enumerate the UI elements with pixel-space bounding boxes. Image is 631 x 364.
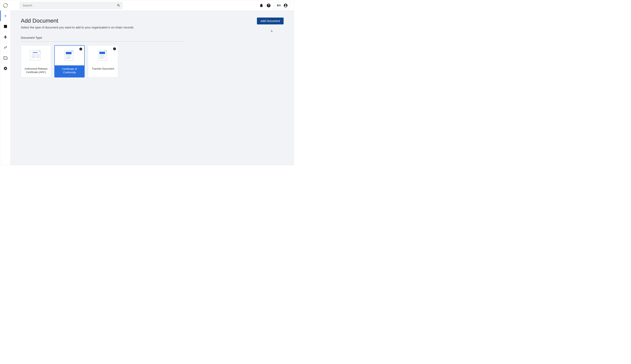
help-button[interactable] (265, 2, 272, 9)
help-icon (266, 3, 271, 8)
svg-rect-7 (36, 56, 40, 56)
svg-rect-3 (33, 52, 37, 53)
rail-item-files[interactable] (0, 53, 11, 63)
svg-rect-5 (36, 54, 40, 55)
user-initials: BA (277, 4, 281, 7)
svg-rect-4 (32, 54, 36, 55)
doc-type-label: Certificate of Conformity (55, 65, 84, 77)
user-menu[interactable]: BA (274, 2, 290, 9)
svg-rect-18 (99, 52, 105, 54)
rail-item-flights[interactable] (0, 32, 11, 42)
page-subtitle: Select the type of document you want to … (21, 26, 134, 29)
rail-item-dashboard[interactable] (0, 21, 11, 32)
topbar: BA (0, 0, 294, 11)
swap-icon (4, 46, 8, 50)
bell-icon (259, 3, 264, 8)
app-logo[interactable] (0, 3, 11, 8)
rail-item-settings[interactable] (0, 63, 11, 74)
doc-type-label: Transfer Document (88, 65, 118, 74)
info-icon[interactable]: i (79, 48, 82, 50)
search-icon (117, 4, 120, 7)
folder-icon (4, 56, 8, 60)
doc-type-card-arc[interactable]: Authorized Release Certificate (ARC) (21, 45, 51, 78)
document-icon (62, 49, 77, 62)
svg-rect-8 (32, 57, 36, 58)
svg-rect-14 (66, 57, 72, 58)
notifications-button[interactable] (258, 2, 265, 9)
svg-rect-19 (99, 55, 104, 56)
svg-rect-13 (66, 56, 71, 56)
section-divider (21, 41, 183, 42)
chart-icon (4, 24, 8, 28)
airplane-icon (4, 35, 8, 39)
left-rail (0, 11, 11, 165)
gear-icon (4, 66, 8, 70)
svg-rect-6 (32, 56, 36, 56)
svg-rect-15 (66, 58, 70, 59)
svg-rect-0 (30, 50, 40, 60)
add-document-button[interactable]: Add Document (257, 18, 283, 24)
info-icon[interactable]: i (113, 48, 116, 50)
doc-type-card-transfer[interactable]: i Transfer Document (88, 45, 118, 78)
search-input[interactable] (23, 4, 117, 7)
svg-rect-20 (99, 57, 105, 57)
logo-icon (3, 3, 8, 8)
svg-rect-9 (36, 57, 40, 58)
main-content: Add Document Select the type of document… (11, 11, 294, 165)
document-icon (96, 49, 110, 62)
svg-rect-12 (66, 52, 72, 54)
document-type-cards: Authorized Release Certificate (ARC) i (21, 45, 283, 78)
doc-thumb (21, 46, 51, 65)
account-icon (283, 3, 288, 8)
document-icon (29, 49, 43, 62)
plus-icon (4, 14, 8, 18)
rail-item-add[interactable] (0, 11, 11, 21)
section-label-document-type: Document Type (21, 36, 283, 39)
doc-type-label: Authorized Release Certificate (ARC) (21, 65, 51, 77)
svg-rect-21 (99, 58, 103, 59)
cursor-pointer-icon (270, 30, 273, 33)
search-box[interactable] (20, 2, 123, 9)
rail-item-transfers[interactable] (0, 42, 11, 53)
doc-type-card-coc[interactable]: i Certificate of Conformity (54, 45, 85, 78)
page-title: Add Document (21, 18, 134, 24)
